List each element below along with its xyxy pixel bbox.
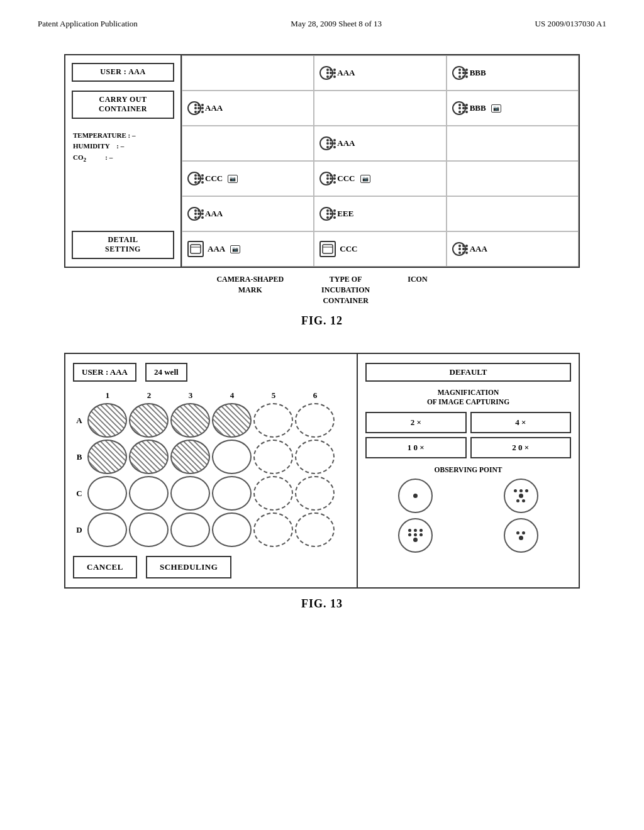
mag-2x[interactable]: 2 × <box>365 412 467 433</box>
scheduling-button[interactable]: SCHEDULING <box>146 556 231 578</box>
dot-grid-icon <box>326 139 336 148</box>
fig12-cell-r2c3: BBB 📷 <box>447 91 579 126</box>
row-label-D: D <box>73 525 86 535</box>
fig12-cell-r4c2: CCC 📷 <box>314 161 446 196</box>
well-B3[interactable] <box>170 440 210 474</box>
icon-r2c1 <box>187 101 201 115</box>
well-C2[interactable] <box>129 476 169 511</box>
obs-dot <box>522 499 525 502</box>
fig13-row-D: D <box>73 512 349 547</box>
label-r2c3: BBB <box>470 103 486 113</box>
dot-grid-icon <box>194 104 204 113</box>
fig12-info: TEMPERATURE : –HUMIDITY : –CO2 : – <box>72 128 174 167</box>
col-5: 5 <box>253 390 294 401</box>
camera-mark-r6c1: 📷 <box>230 245 240 253</box>
fig13-well-box: 24 well <box>145 363 187 382</box>
row-label-C: C <box>73 489 86 499</box>
well-D3[interactable] <box>170 512 210 547</box>
fig12-cell-r3c2: AAA <box>314 126 446 161</box>
camera-mark-r4c2: 📷 <box>360 175 370 183</box>
label-r1c3: BBB <box>470 68 486 78</box>
icon-r1c2 <box>319 66 333 80</box>
dot-grid-icon <box>326 69 336 78</box>
mag-4x[interactable]: 4 × <box>470 412 572 433</box>
label-r4c2: CCC <box>337 174 355 184</box>
obs-dot <box>419 529 423 532</box>
icon-r1c3 <box>452 66 466 80</box>
well-A3[interactable] <box>170 403 210 438</box>
well-D5[interactable] <box>253 512 293 547</box>
well-C5[interactable] <box>253 476 293 511</box>
fig12-section: USER : AAA CARRY OUTCONTAINER TEMPERATUR… <box>38 54 606 328</box>
well-D6[interactable] <box>295 512 335 547</box>
well-C6[interactable] <box>295 476 335 511</box>
well-A5[interactable] <box>253 403 293 438</box>
cancel-button[interactable]: CANCEL <box>73 556 137 578</box>
well-C3[interactable] <box>170 476 210 511</box>
fig12-cell-r3c1 <box>182 126 314 161</box>
annotation-type: TYPE OFINCUBATIONCONTAINER <box>321 274 370 306</box>
fig12-cell-r1c3: BBB <box>447 55 579 91</box>
label-r6c3: AAA <box>470 244 487 254</box>
header-middle: May 28, 2009 Sheet 8 of 13 <box>291 19 382 29</box>
fig13-magnification-grid: 2 × 4 × 1 0 × 2 0 × <box>365 412 571 458</box>
fig12-cell-r5c1: AAA <box>182 196 314 231</box>
header-left: Patent Application Publication <box>38 19 138 29</box>
fig13-top-row: USER : AAA 24 well <box>73 363 349 382</box>
obs-dot <box>519 489 523 492</box>
well-B1[interactable] <box>87 440 127 474</box>
mag-10x[interactable]: 1 0 × <box>365 437 467 458</box>
fig12-diagram: USER : AAA CARRY OUTCONTAINER TEMPERATUR… <box>64 54 580 268</box>
dot-grid-icon <box>194 174 204 184</box>
svg-rect-0 <box>191 245 201 253</box>
fig12-cell-r2c1: AAA <box>182 91 314 126</box>
well-B6[interactable] <box>295 440 335 474</box>
row-label-A: A <box>73 416 86 426</box>
fig13-buttons: CANCEL SCHEDULING <box>73 556 349 578</box>
icon-r4c2 <box>319 172 333 185</box>
well-D2[interactable] <box>129 512 169 547</box>
fig12-cell-r6c2: CCC <box>314 231 446 267</box>
well-B4[interactable] <box>212 440 252 474</box>
label-r6c1: AAA <box>208 244 225 254</box>
fig12-cell-r6c3: AAA <box>447 231 579 267</box>
well-A2[interactable] <box>129 403 169 438</box>
fig12-cell-r2c2 <box>314 91 446 126</box>
fig13-default-box: DEFAULT <box>365 363 571 382</box>
fig12-cell-r5c3 <box>447 196 579 231</box>
dot-grid-icon <box>458 245 468 254</box>
well-C4[interactable] <box>212 476 252 511</box>
row-label-B: B <box>73 452 86 462</box>
fig13-magnification-label: MAGNIFICATIONOF IMAGE CAPTURING <box>365 388 571 407</box>
obs-dot <box>522 531 525 534</box>
fig13-diagram: USER : AAA 24 well 1 2 3 4 5 6 A <box>64 353 580 589</box>
label-r2c1: AAA <box>205 103 223 113</box>
fig12-annotations: CAMERA-SHAPEDMARK TYPE OFINCUBATIONCONTA… <box>64 274 580 306</box>
well-A1[interactable] <box>87 403 127 438</box>
obs-pattern-2[interactable] <box>471 479 572 513</box>
well-D4[interactable] <box>212 512 252 547</box>
fig12-detail-box: DETAILSETTING <box>72 231 174 259</box>
fig13-row-B: B <box>73 440 349 474</box>
well-D1[interactable] <box>87 512 127 547</box>
obs-dot <box>514 489 517 492</box>
obs-pattern-4[interactable] <box>471 518 572 553</box>
mag-20x[interactable]: 2 0 × <box>470 437 572 458</box>
well-B5[interactable] <box>253 440 293 474</box>
well-C1[interactable] <box>87 476 127 511</box>
col-2: 2 <box>128 390 170 401</box>
label-r6c2: CCC <box>340 244 357 254</box>
well-A4[interactable] <box>212 403 252 438</box>
fig12-cell-r3c3 <box>447 126 579 161</box>
obs-dot <box>519 494 523 498</box>
well-B2[interactable] <box>129 440 169 474</box>
obs-pattern-1[interactable] <box>365 479 466 513</box>
annotation-camera: CAMERA-SHAPEDMARK <box>216 274 284 306</box>
fig13-observing-label: OBSERVING POINT <box>365 466 571 473</box>
well-A6[interactable] <box>295 403 335 438</box>
fig13-section: USER : AAA 24 well 1 2 3 4 5 6 A <box>38 353 606 611</box>
obs-pattern-3[interactable] <box>365 518 466 553</box>
icon-r3c2 <box>319 136 333 150</box>
obs-dot <box>516 531 519 534</box>
fig12-label: FIG. 12 <box>38 314 606 328</box>
